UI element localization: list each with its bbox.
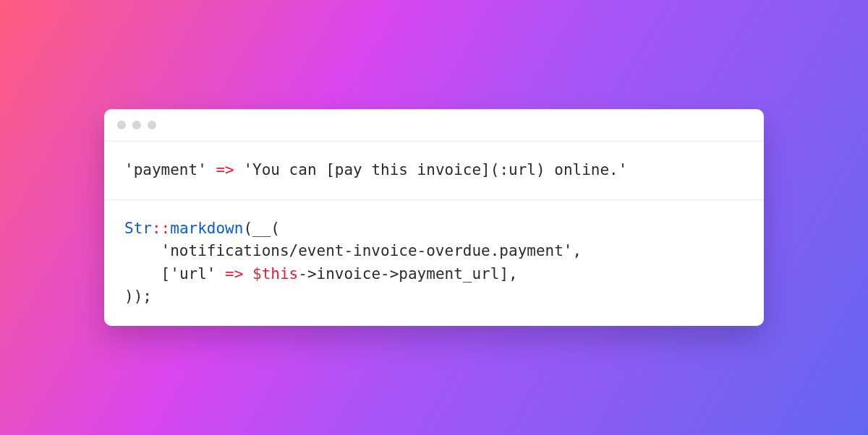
close-icon[interactable] <box>117 121 126 129</box>
maximize-icon[interactable] <box>148 121 156 129</box>
code-token-arrow: => <box>207 161 244 178</box>
code-token-arrow: => <box>216 265 252 283</box>
code-token-func: markdown <box>170 220 243 237</box>
code-token-punct: , <box>573 242 582 259</box>
code-token-punct: ], <box>499 265 517 283</box>
code-token-var: $this <box>252 265 298 283</box>
code-token-string: 'payment' <box>124 161 207 178</box>
code-token-punct: ->invoice->payment_url <box>298 265 499 283</box>
code-token-string: 'notifications/event-invoice-overdue.pay… <box>161 242 573 259</box>
code-indent <box>124 242 161 259</box>
code-token-string: 'url' <box>170 265 216 283</box>
code-token-class: Str <box>124 220 152 237</box>
code-block-1: 'payment' => 'You can [pay this invoice]… <box>104 142 764 200</box>
code-indent <box>124 265 161 283</box>
code-window: 'payment' => 'You can [pay this invoice]… <box>104 109 764 326</box>
minimize-icon[interactable] <box>132 121 141 129</box>
code-token-punct: (__( <box>243 220 280 237</box>
gradient-background: 'payment' => 'You can [pay this invoice]… <box>0 0 868 435</box>
window-titlebar <box>104 109 764 142</box>
code-token-scope: :: <box>152 220 170 237</box>
code-token-punct: )); <box>124 288 152 305</box>
code-token-punct: [ <box>161 265 171 283</box>
code-token-string: 'You can [pay this invoice](:url) online… <box>243 161 627 178</box>
code-block-2: Str::markdown(__( 'notifications/event-i… <box>104 200 764 326</box>
